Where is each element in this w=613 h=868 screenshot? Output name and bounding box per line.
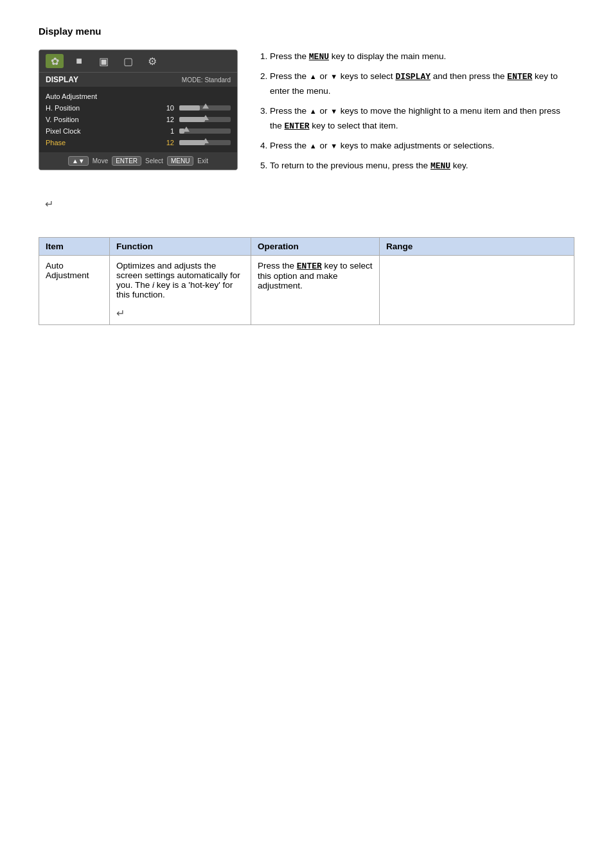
monitor-icon-2: ■: [70, 54, 88, 68]
instruction-2: Press the ▲ or ▼ keys to select DISPLAY …: [270, 69, 574, 99]
vpos-slider: [179, 117, 231, 122]
monitor-icon-4: ▢: [119, 54, 137, 68]
arrow-down-4: ▼: [330, 140, 337, 152]
instructions-section: Press the MENU key to display the main m…: [257, 49, 574, 179]
monitor-body: Auto Adjustment H. Position 10 V. Positi…: [39, 87, 237, 152]
monitor-footer: ▲▼ Move ENTER Select MENU Exit: [39, 152, 237, 170]
monitor-row-hpos: H. Position 10: [46, 102, 231, 114]
monitor-icons-row: ✿ ■ ▣ ▢ ⚙: [39, 50, 237, 73]
col-header-item: Item: [39, 238, 110, 256]
pixel-slider: [179, 128, 231, 134]
hpos-slider: [179, 105, 231, 111]
monitor-display-label: DISPLAY: [46, 75, 78, 84]
monitor-screenshot: ✿ ■ ▣ ▢ ⚙ DISPLAY MODE: Standard Auto Ad…: [39, 49, 238, 179]
arrow-down-2: ▼: [330, 71, 337, 83]
instruction-4: Press the ▲ or ▼ keys to make adjustment…: [270, 139, 574, 154]
monitor-icon-settings: ⚙: [143, 54, 161, 68]
note-icon-1: ↵: [45, 198, 574, 210]
arrow-up-4: ▲: [310, 140, 317, 152]
table-cell-operation: Press the ENTER key to select this optio…: [251, 256, 380, 325]
monitor-mode-label: MODE: Standard: [182, 76, 231, 84]
key-enter-table: ENTER: [297, 261, 322, 271]
function-note-icon: ↵: [116, 307, 244, 319]
key-enter-2: ENTER: [507, 72, 532, 82]
key-menu-5: MENU: [431, 161, 450, 171]
arrow-down-3: ▼: [330, 105, 337, 118]
table-cell-item: AutoAdjustment: [39, 256, 110, 325]
col-header-function: Function: [110, 238, 251, 256]
instruction-1: Press the MENU key to display the main m…: [270, 49, 574, 64]
monitor-header: DISPLAY MODE: Standard: [39, 73, 237, 87]
arrow-up-2: ▲: [310, 71, 317, 83]
monitor-row-auto: Auto Adjustment: [46, 91, 231, 102]
arrow-up-3: ▲: [310, 105, 317, 118]
exit-label: Exit: [197, 157, 208, 164]
instruction-3: Press the ▲ or ▼ keys to move the highli…: [270, 104, 574, 134]
key-enter-3: ENTER: [285, 121, 310, 131]
instructions-list: Press the MENU key to display the main m…: [257, 49, 574, 173]
move-label: Move: [93, 157, 108, 164]
monitor-row-vpos: V. Position 12: [46, 114, 231, 125]
instruction-5: To return to the previous menu, press th…: [270, 159, 574, 173]
info-table: Item Function Operation Range AutoAdjust…: [39, 237, 574, 325]
key-menu-1: MENU: [309, 52, 329, 62]
col-header-operation: Operation: [251, 238, 380, 256]
monitor-row-pixel: Pixel Clock 1: [46, 125, 231, 137]
table-cell-function: Optimizes and adjusts the screen setting…: [110, 256, 251, 325]
key-enter: ENTER: [112, 156, 141, 166]
col-header-range: Range: [380, 238, 574, 256]
monitor-row-phase: Phase 12: [46, 137, 231, 148]
key-display-2: DISPLAY: [395, 72, 431, 82]
table-header-row: Item Function Operation Range: [39, 238, 574, 256]
monitor-icon-display: ✿: [46, 54, 64, 68]
key-menu: MENU: [167, 156, 193, 166]
key-up-down: ▲▼: [68, 156, 89, 166]
page-title: Display menu: [39, 26, 574, 37]
table-cell-range: [380, 256, 574, 325]
table-row: AutoAdjustment Optimizes and adjusts the…: [39, 256, 574, 325]
select-label: Select: [145, 157, 163, 164]
phase-slider: [179, 140, 231, 145]
monitor-icon-3: ▣: [94, 54, 112, 68]
